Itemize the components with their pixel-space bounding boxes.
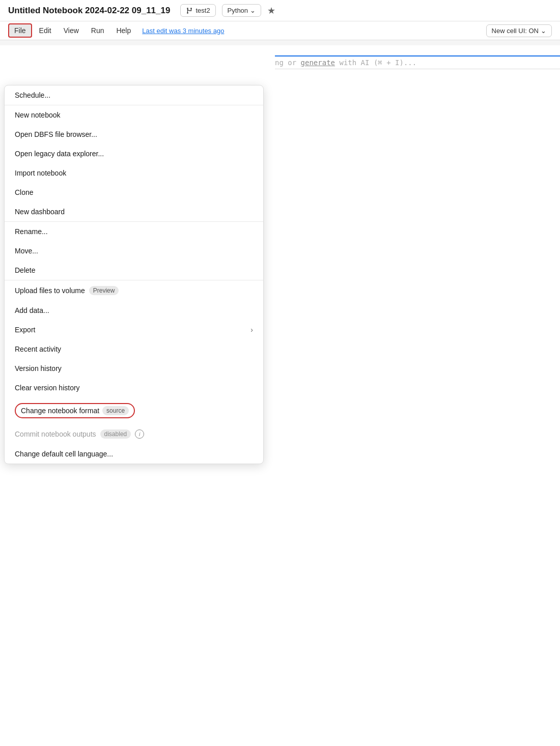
add-data-label: Add data...: [15, 306, 49, 314]
schedule-label: Schedule...: [15, 91, 50, 99]
version-history-label: Version history: [15, 364, 62, 372]
source-badge: source: [102, 406, 129, 415]
import-label: Import notebook: [15, 169, 66, 177]
new-cell-ui-label: New cell UI: ON: [492, 27, 539, 35]
file-dropdown-menu: Schedule... New notebook Open DBFS file …: [4, 85, 264, 464]
menu-file[interactable]: File: [8, 23, 32, 38]
menu-item-move[interactable]: Move...: [5, 241, 263, 261]
menu-run[interactable]: Run: [86, 24, 109, 37]
language-label: Python: [228, 7, 248, 14]
language-button[interactable]: Python ⌄: [222, 4, 261, 17]
dropdown-section-manage: Rename... Move... Delete: [5, 222, 263, 280]
dropdown-section-data: Upload files to volume Preview Add data.…: [5, 280, 263, 464]
rename-label: Rename...: [15, 227, 48, 236]
menu-item-clear-version-history[interactable]: Clear version history: [5, 378, 263, 397]
menu-item-change-notebook-format[interactable]: Change notebook format source: [5, 397, 263, 424]
svg-point-0: [187, 8, 189, 9]
chevron-down-icon: ⌄: [541, 27, 546, 35]
export-label: Export: [15, 326, 35, 334]
cell-top-border: [275, 55, 560, 56]
recent-activity-label: Recent activity: [15, 345, 61, 353]
change-format-highlight: Change notebook format source: [15, 403, 135, 418]
change-notebook-format-label: Change notebook format: [21, 407, 99, 415]
menu-item-schedule[interactable]: Schedule...: [5, 85, 263, 105]
menu-item-recent-activity[interactable]: Recent activity: [5, 339, 263, 359]
dropdown-section-schedule: Schedule...: [5, 85, 263, 105]
generate-link[interactable]: generate: [301, 59, 335, 67]
open-legacy-label: Open legacy data explorer...: [15, 150, 104, 158]
info-icon[interactable]: i: [135, 429, 144, 439]
git-icon: [186, 7, 193, 14]
cell-hint-suffix: with AI (⌘ + I)...: [339, 59, 416, 67]
chevron-right-icon: ›: [250, 326, 253, 334]
menu-item-new-notebook[interactable]: New notebook: [5, 105, 263, 125]
main-content: ng or generate with AI (⌘ + I)...: [265, 45, 560, 79]
menu-item-upload-volume[interactable]: Upload files to volume Preview: [5, 280, 263, 301]
menu-item-clone[interactable]: Clone: [5, 183, 263, 202]
chevron-down-icon: ⌄: [250, 7, 256, 14]
open-dbfs-label: Open DBFS file browser...: [15, 130, 97, 138]
menu-item-export[interactable]: Export ›: [5, 320, 263, 339]
menu-view[interactable]: View: [59, 24, 84, 37]
menu-help[interactable]: Help: [111, 24, 136, 37]
menubar: File Edit View Run Help Last edit was 3 …: [0, 21, 560, 40]
cell-bottom-border: [275, 69, 560, 69]
menu-edit[interactable]: Edit: [34, 24, 57, 37]
menu-item-change-default-cell-language[interactable]: Change default cell language...: [5, 444, 263, 464]
topbar: Untitled Notebook 2024-02-22 09_11_19 te…: [0, 0, 560, 21]
menu-item-add-data[interactable]: Add data...: [5, 301, 263, 320]
new-notebook-label: New notebook: [15, 111, 61, 119]
menu-item-version-history[interactable]: Version history: [5, 359, 263, 378]
clone-label: Clone: [15, 188, 34, 196]
last-edit-link[interactable]: Last edit was 3 minutes ago: [142, 27, 224, 35]
new-cell-ui-button[interactable]: New cell UI: ON ⌄: [486, 24, 552, 37]
cell-hint: ng or generate with AI (⌘ + I)...: [275, 59, 550, 67]
svg-point-1: [187, 12, 189, 14]
branch-button[interactable]: test2: [180, 4, 215, 17]
move-label: Move...: [15, 247, 38, 255]
change-default-cell-language-label: Change default cell language...: [15, 450, 113, 458]
star-button[interactable]: ★: [267, 5, 275, 16]
menu-item-delete[interactable]: Delete: [5, 261, 263, 280]
branch-label: test2: [195, 7, 210, 14]
menu-item-open-dbfs[interactable]: Open DBFS file browser...: [5, 125, 263, 144]
delete-label: Delete: [15, 266, 35, 274]
menu-item-new-dashboard[interactable]: New dashboard: [5, 202, 263, 221]
upload-volume-label: Upload files to volume: [15, 286, 85, 295]
clear-version-history-label: Clear version history: [15, 384, 80, 392]
menu-item-import[interactable]: Import notebook: [5, 163, 263, 183]
cell-hint-text: ng or: [275, 59, 301, 67]
dropdown-section-notebook: New notebook Open DBFS file browser... O…: [5, 105, 263, 222]
notebook-title: Untitled Notebook 2024-02-22 09_11_19: [8, 6, 170, 16]
commit-notebook-outputs-label: Commit notebook outputs: [15, 430, 96, 438]
menu-item-open-legacy[interactable]: Open legacy data explorer...: [5, 144, 263, 163]
preview-badge: Preview: [89, 286, 119, 295]
menu-item-commit-notebook-outputs[interactable]: Commit notebook outputs disabled i: [5, 424, 263, 444]
menu-item-rename[interactable]: Rename...: [5, 222, 263, 241]
new-dashboard-label: New dashboard: [15, 208, 65, 216]
disabled-badge: disabled: [100, 429, 131, 439]
